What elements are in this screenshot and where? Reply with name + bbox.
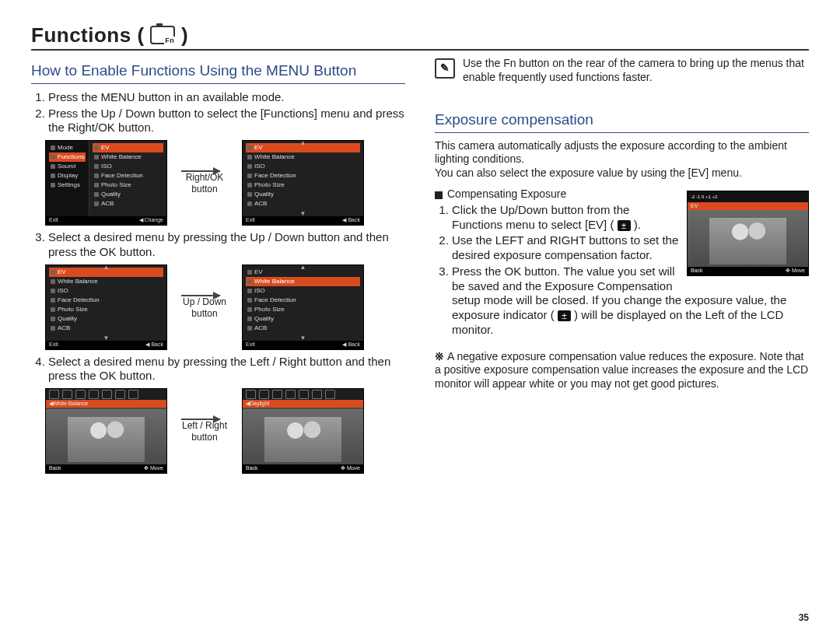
square-bullet-icon xyxy=(435,191,443,199)
menu-screenshot-wb-selected: ▲ EV White Balance ISO Face Detection Ph… xyxy=(242,264,364,350)
menu-screenshot-sidebar: Mode Functions Sound Display Settings EV… xyxy=(45,140,167,226)
title-rule xyxy=(31,49,809,51)
note-icon: ✎ xyxy=(435,58,455,79)
left-column: How to Enable Functions Using the MENU B… xyxy=(31,57,405,478)
left-subrule xyxy=(31,83,405,84)
caption-rightok: Right/OK button xyxy=(178,172,231,195)
step-4: Select a desired menu by pressing the Le… xyxy=(48,355,405,384)
right-subrule xyxy=(435,132,809,133)
page-number: 35 xyxy=(799,612,809,623)
arrow-icon xyxy=(181,170,220,172)
menu-screenshot-functions: ▲ EV White Balance ISO Face Detection Ph… xyxy=(242,140,364,226)
steps-list-b: Select a desired menu by pressing the Up… xyxy=(31,230,405,260)
steps-list-c: Select a desired menu by pressing the Le… xyxy=(31,355,405,384)
right-subheading: Exposure compensation xyxy=(435,110,809,129)
note-box: ✎ Use the Fn button on the rear of the c… xyxy=(435,57,809,84)
photo-screenshot-ev: -2 -1 0 +1 +2 EV Back✥ Move xyxy=(687,191,809,276)
figure-row-3: ◀ White Balance Back✥ Move Left / Right … xyxy=(45,388,405,474)
arrow-icon xyxy=(181,419,220,420)
intro-2: You can also select the exposure value b… xyxy=(435,166,809,180)
ev-icon: ± xyxy=(618,220,631,231)
arrow-icon xyxy=(181,295,220,296)
intro-1: This camera automatically adjusts the ex… xyxy=(435,139,809,166)
right-column: ✎ Use the Fn button on the rear of the c… xyxy=(435,57,809,478)
page-title: Functions ( ) xyxy=(31,23,809,47)
figure-row-2: ▲ EV White Balance ISO Face Detection Ph… xyxy=(45,264,405,350)
step-3: Select a desired menu by pressing the Up… xyxy=(48,230,405,260)
reference-mark-icon: ※ xyxy=(435,350,444,363)
left-subheading: How to Enable Functions Using the MENU B… xyxy=(31,61,405,80)
figure-row-1: Mode Functions Sound Display Settings EV… xyxy=(45,140,405,226)
title-text: Functions ( xyxy=(31,23,145,47)
photo-screenshot-wb: ◀ White Balance Back✥ Move xyxy=(45,388,167,474)
step-2: Press the Up / Down button to select the… xyxy=(48,107,405,136)
step-1: Press the MENU button in an available mo… xyxy=(48,90,405,105)
caption-updown: Up / Down button xyxy=(178,296,231,320)
footnote: ※A negative exposure compensation value … xyxy=(435,350,809,391)
photo-screenshot-daylight: ◀ Daylight Back✥ Move xyxy=(242,388,364,474)
camera-fn-icon xyxy=(150,26,175,44)
steps-list-a: Press the MENU button in an available mo… xyxy=(31,90,405,135)
caption-leftright: Left / Right button xyxy=(178,420,231,443)
menu-screenshot-ev: ▲ EV White Balance ISO Face Detection Ph… xyxy=(45,264,167,350)
note-text: Use the Fn button on the rear of the cam… xyxy=(463,57,809,84)
ev-icon: ± xyxy=(558,310,571,321)
title-close: ) xyxy=(181,23,188,47)
